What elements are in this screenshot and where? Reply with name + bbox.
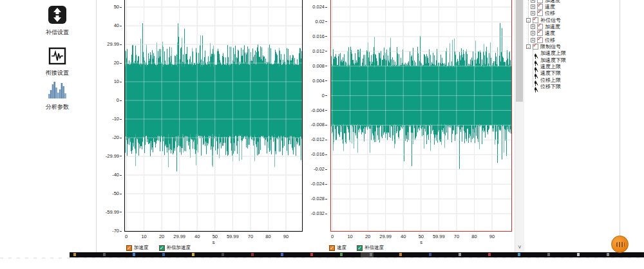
tree-item[interactable]: +✓速度 bbox=[531, 3, 555, 10]
y-axis-tick-label: -0.008 bbox=[301, 122, 327, 127]
legend-item[interactable]: ✓补偿加速度 bbox=[159, 245, 191, 251]
taskbar-icon[interactable] bbox=[547, 253, 550, 256]
y-axis-tick-label: 0.016 bbox=[301, 34, 327, 39]
expand-icon[interactable]: + bbox=[531, 24, 535, 29]
y-axis-tick-label: -0.032 bbox=[301, 211, 327, 216]
y-axis-tick-label: 50 bbox=[96, 5, 122, 10]
sidebar-item-3[interactable]: 分析参数 bbox=[37, 81, 77, 111]
tree-item[interactable]: 速度上限 bbox=[533, 64, 561, 70]
y-axis-tick-label: 0 bbox=[301, 93, 327, 98]
y-tick-mark bbox=[120, 63, 122, 64]
scrollbar-down-button[interactable]: ˅ bbox=[515, 243, 524, 252]
taskbar-icon[interactable] bbox=[103, 253, 106, 256]
expand-icon[interactable]: + bbox=[531, 31, 535, 35]
checkmark-icon: ✓ bbox=[533, 15, 538, 22]
x-axis-unit-label: s bbox=[207, 239, 220, 245]
y-axis-tick-label: 0.024 bbox=[301, 5, 327, 10]
taskbar-icon[interactable] bbox=[370, 253, 372, 256]
tree-item[interactable]: 加速度下限 bbox=[533, 57, 566, 63]
legend-checkbox[interactable]: ✓ bbox=[357, 245, 363, 251]
taskbar-icon[interactable] bbox=[518, 253, 520, 256]
tree-item[interactable]: +✓加速度 bbox=[531, 23, 560, 30]
taskbar-edge-speckles bbox=[0, 257, 644, 259]
taskbar-icon[interactable] bbox=[162, 253, 165, 256]
taskbar-icon[interactable] bbox=[577, 253, 580, 256]
taskbar-icon[interactable] bbox=[399, 253, 402, 256]
legend-checkbox[interactable]: ✓ bbox=[159, 245, 165, 251]
legend-item[interactable]: ✓补偿速度 bbox=[357, 245, 384, 251]
taskbar-icon[interactable] bbox=[133, 253, 135, 256]
x-axis-tick-label: 20 bbox=[359, 234, 376, 239]
tree-item-label: 限制信号 bbox=[540, 43, 561, 50]
tree-item[interactable]: +✓速度 bbox=[531, 30, 555, 37]
y-axis-tick-label: -40 bbox=[96, 172, 122, 178]
taskbar-icon[interactable] bbox=[340, 253, 343, 256]
tree-item[interactable]: 位移下限 bbox=[533, 84, 561, 90]
legend-checkbox[interactable]: ✓ bbox=[126, 245, 132, 251]
sidebar-item-label: 补偿设置 bbox=[37, 28, 77, 37]
tree-item-label: 速度下限 bbox=[540, 70, 561, 77]
expand-icon[interactable]: + bbox=[531, 0, 535, 3]
link-settings-icon bbox=[48, 47, 66, 68]
legend-checkbox[interactable]: ✓ bbox=[329, 245, 335, 251]
taskbar-icon[interactable] bbox=[281, 253, 283, 256]
y-axis-tick-label: -0.012 bbox=[301, 137, 327, 142]
taskbar-icon[interactable] bbox=[73, 253, 76, 256]
scrollbar[interactable]: ˅ bbox=[515, 0, 524, 252]
y-axis-tick-label: -0.024 bbox=[301, 181, 327, 187]
x-axis-tick-label: 59.99 bbox=[430, 234, 447, 239]
taskbar-icon[interactable] bbox=[607, 253, 609, 256]
tree-item[interactable]: 加速度上限 bbox=[533, 50, 566, 57]
collapse-icon[interactable]: - bbox=[526, 44, 531, 49]
floating-logo-badge[interactable] bbox=[611, 236, 629, 253]
x-axis-tick-label: 40 bbox=[395, 234, 412, 239]
checkmark-icon: ✓ bbox=[537, 8, 542, 15]
sidebar-item-1[interactable]: 补偿设置 bbox=[37, 5, 77, 37]
y-tick-mark bbox=[325, 184, 327, 185]
tree-item-label: 加速度下限 bbox=[540, 57, 566, 64]
checkmark-icon: ✓ bbox=[537, 22, 542, 28]
checkmark-icon: ✓ bbox=[537, 28, 542, 35]
checkbox[interactable]: ✓ bbox=[533, 44, 538, 50]
y-tick-mark bbox=[325, 51, 327, 51]
compensation-settings-icon bbox=[48, 5, 67, 27]
y-tick-mark bbox=[325, 199, 327, 199]
y-axis-tick-label: -29.99 bbox=[96, 154, 122, 159]
tree-item-label: 位移 bbox=[545, 10, 555, 17]
y-tick-mark bbox=[325, 154, 327, 155]
tree-item[interactable]: 速度下限 bbox=[533, 70, 561, 77]
tree-item[interactable]: -✓限制信号 bbox=[526, 43, 561, 50]
scrollbar-thumb[interactable] bbox=[516, 0, 523, 102]
taskbar-icon[interactable] bbox=[310, 253, 313, 256]
taskbar[interactable] bbox=[70, 252, 644, 257]
signal-icon bbox=[533, 64, 538, 70]
legend-item[interactable]: ✓速度 bbox=[329, 245, 346, 251]
taskbar-icon[interactable] bbox=[429, 253, 431, 256]
checkbox[interactable]: ✓ bbox=[537, 10, 543, 16]
y-axis-tick-label: -0.02 bbox=[301, 167, 327, 172]
legend-item[interactable]: ✓加速度 bbox=[126, 245, 149, 251]
tree-item-label: 速度 bbox=[545, 30, 555, 37]
checkbox[interactable]: ✓ bbox=[537, 37, 543, 43]
signal-plot bbox=[124, 0, 303, 232]
tree-panel-divider bbox=[620, 0, 620, 252]
signal-icon bbox=[533, 70, 538, 76]
tree-item[interactable]: -✓补偿信号 bbox=[526, 17, 561, 23]
taskbar-icon[interactable] bbox=[222, 253, 224, 256]
checkmark-icon: ✓ bbox=[537, 35, 542, 42]
taskbar-icon[interactable] bbox=[251, 253, 254, 256]
y-axis-tick-label: 0.02 bbox=[301, 19, 327, 24]
tree-item[interactable]: 位移上限 bbox=[533, 77, 561, 83]
x-axis-tick-label: 0 bbox=[118, 234, 135, 239]
tree-item-label: 加速度上限 bbox=[540, 50, 566, 57]
taskbar-icon[interactable] bbox=[459, 253, 461, 256]
taskbar-icon[interactable] bbox=[488, 253, 491, 256]
sidebar-item-2[interactable]: 衔接设置 bbox=[37, 47, 77, 77]
legend-label: 加速度 bbox=[134, 245, 149, 251]
y-tick-mark bbox=[120, 138, 122, 138]
collapse-icon[interactable]: - bbox=[526, 18, 531, 23]
y-axis-tick-label: -59.99 bbox=[96, 210, 122, 215]
tree-item-label: 位移下限 bbox=[540, 83, 561, 90]
expand-icon[interactable]: + bbox=[531, 5, 535, 9]
taskbar-icon[interactable] bbox=[192, 253, 194, 256]
